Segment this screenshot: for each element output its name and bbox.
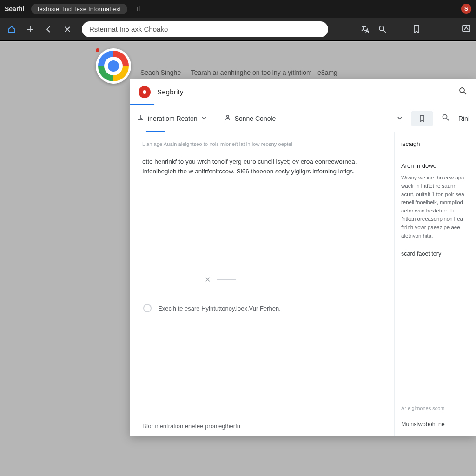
panel-footer-text: Bfor ineritration enefee pronleglherfn [142, 423, 240, 430]
option-label: Execih te esare Hyintuttonoy.loex.Vur Fe… [158, 305, 281, 312]
network-icon [137, 114, 144, 123]
body-paragraph: otto henrinkf to you wrch tonoif yerg eu… [142, 157, 361, 177]
radio-icon[interactable] [143, 304, 152, 312]
page-area: Seach Singhe — Tearah ar aenhinghe on to… [0, 42, 476, 476]
panel-tabs: ineratiom Reaton Sonne Conole [130, 105, 476, 132]
search-icon[interactable] [442, 113, 450, 123]
app-name: Searhl [5, 5, 25, 13]
browser-toolbar: Rstermat In5 axk Choako [0, 18, 476, 41]
sidebar-heading: iscaigh [401, 140, 469, 147]
address-bar[interactable]: Rstermat In5 axk Choako [82, 21, 328, 37]
close-tab-icon[interactable] [60, 23, 74, 35]
extensions-icon[interactable] [461, 24, 471, 35]
close-icon[interactable]: ✕ [205, 275, 211, 284]
page-tagline: Seach Singhe — Tearah ar aenhinghe on to… [140, 69, 337, 76]
svg-point-3 [226, 115, 228, 117]
sidebar-paragraph: Wiwny we ine thn cew opa waelr in intfte… [401, 174, 469, 240]
chevron-down-icon [201, 115, 207, 122]
back-icon[interactable] [42, 23, 56, 35]
devtools-panel: Segbrity ineratiom Reaton Sonne Co [130, 79, 476, 436]
brand-logo [96, 48, 134, 86]
bookmark-pill-icon[interactable] [411, 111, 433, 126]
person-icon [225, 114, 231, 122]
svg-point-0 [379, 26, 384, 31]
tab-primary[interactable]: ineratiom Reaton [137, 114, 207, 123]
panel-sidebar: iscaigh Aron in dowe Wiwny we ine thn ce… [394, 132, 476, 436]
sidebar-link-1[interactable]: scard faoet tery [401, 251, 469, 257]
panel-search-icon[interactable] [458, 86, 468, 98]
translate-icon[interactable] [360, 25, 370, 34]
option-row[interactable]: Execih te esare Hyintuttonoy.loex.Vur Fe… [143, 304, 281, 312]
os-menu-bar: Searhl textnsier Ind Texe Informatiext I… [0, 0, 476, 18]
hint-line: L an age Auain aieightseo to nois mior e… [142, 141, 382, 147]
panel-header: Segbrity [130, 79, 476, 105]
tab-right-label[interactable]: Rinl [458, 115, 469, 122]
sidebar-small-text: Ar eigimones scom [401, 405, 469, 411]
profile-avatar[interactable]: S [461, 4, 471, 14]
tab-secondary-label: Sonne Conole [235, 115, 276, 122]
menu-tail-text: Il [137, 5, 140, 13]
panel-main: L an age Auain aieightseo to nois mior e… [130, 132, 394, 436]
bookmark-icon[interactable] [412, 25, 421, 34]
home-icon[interactable] [5, 23, 19, 35]
tab-secondary[interactable]: Sonne Conole [225, 114, 276, 122]
collapse-divider[interactable]: ✕ [205, 275, 236, 284]
svg-rect-1 [463, 25, 470, 32]
menu-context-pill[interactable]: textnsier Ind Texe Informatiext [31, 4, 127, 14]
new-tab-icon[interactable] [23, 23, 37, 35]
sidebar-link-2[interactable]: Muinstwobohi ne [401, 421, 469, 428]
url-text: Rstermat In5 axk Choako [89, 25, 168, 33]
tab-primary-label: ineratiom Reaton [148, 115, 198, 122]
record-icon[interactable] [139, 86, 151, 98]
sidebar-subheading: Aron in dowe [401, 162, 469, 169]
panel-title: Segbrity [157, 88, 184, 96]
chevron-down-icon[interactable] [397, 115, 403, 122]
svg-point-4 [443, 115, 447, 119]
zoom-icon[interactable] [378, 25, 387, 34]
svg-point-2 [460, 88, 464, 93]
